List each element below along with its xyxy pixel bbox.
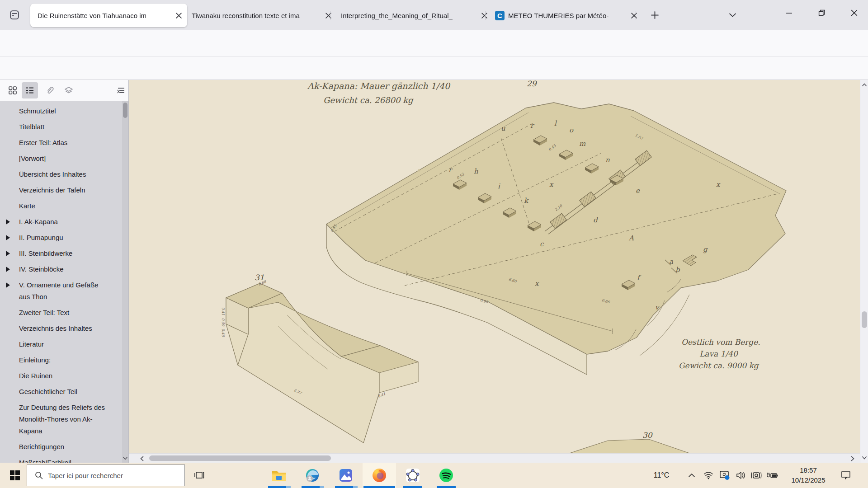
expand-triangle-icon[interactable]: [6, 251, 10, 256]
horizontal-scrollbar-thumb[interactable]: [149, 455, 331, 461]
outline-item[interactable]: Erster Teil: Atlas: [0, 137, 122, 149]
tab-interpreting[interactable]: Interpreting_the_Meaning_of_Ritual_: [334, 4, 493, 27]
sidebar-tools: [0, 80, 128, 101]
outline-item-label: Erster Teil: Atlas: [19, 137, 67, 149]
app-running-indicator: [286, 486, 291, 488]
drawing-dimension: 0.46: [221, 328, 225, 337]
list-all-tabs-button[interactable]: [723, 6, 741, 23]
tab-close-button[interactable]: [173, 9, 184, 21]
outline-item[interactable]: Geschichtlicher Teil: [0, 386, 122, 398]
spotify-icon: [439, 468, 453, 483]
restore-button[interactable]: [811, 4, 832, 22]
outline-item-label: III. Steinbildwerke: [19, 248, 72, 259]
taskbar-search[interactable]: Taper ici pour rechercher: [27, 465, 185, 486]
firefox-view-button[interactable]: [5, 6, 24, 23]
close-window-button[interactable]: [844, 4, 864, 22]
tab-close-button[interactable]: [628, 9, 640, 21]
outline-item-label: [Vorwort]: [19, 153, 46, 164]
outline-item[interactable]: [Vorwort]: [0, 153, 122, 164]
file-explorer-button[interactable]: [262, 463, 296, 488]
tab-title: METEO THUMERIES par Météo-: [508, 12, 628, 19]
outline-item[interactable]: Karte: [0, 200, 122, 212]
outline-item[interactable]: IV. Steinblöcke: [0, 263, 122, 275]
outline-item[interactable]: Literatur: [0, 338, 122, 350]
outline-item[interactable]: Maßstab/Farbkeil: [0, 457, 122, 463]
outline-item-label: Maßstab/Farbkeil: [19, 457, 71, 463]
outline-item-label: Zur Deutung des Reliefs des Monolith-Tho…: [19, 402, 106, 437]
horizontal-scrollbar[interactable]: [129, 453, 860, 463]
pdf-page[interactable]: 29 31 30 urlomnrhikxxxcdeAabfgv 1.532.10…: [129, 80, 860, 463]
outline-item[interactable]: Übersicht des Inhaltes: [0, 169, 122, 180]
outline-list-icon: [25, 86, 34, 95]
task-view-button[interactable]: [189, 463, 210, 488]
tray-expand-button[interactable]: [684, 463, 700, 488]
scroll-down-button[interactable]: [860, 454, 868, 462]
wifi-icon: [703, 471, 713, 479]
wifi-tray-button[interactable]: [701, 463, 716, 488]
attachments-view-button[interactable]: [42, 82, 58, 99]
scroll-right-button[interactable]: [848, 454, 857, 463]
start-button[interactable]: [5, 463, 25, 488]
new-tab-button[interactable]: [646, 6, 664, 23]
action-center-button[interactable]: [835, 463, 856, 488]
spotify-button[interactable]: [429, 463, 463, 488]
current-outline-icon: [117, 86, 126, 95]
caption-right-line2: Lava 1/40: [699, 349, 738, 358]
outline-item-label: II. Pumapungu: [19, 232, 63, 244]
outline-item-label: Literatur: [19, 338, 44, 350]
vertical-scrollbar[interactable]: [860, 80, 868, 463]
sidebar-scrollbar-thumb[interactable]: [123, 103, 127, 118]
sidebar-scrollbar[interactable]: [122, 101, 128, 463]
minimize-button[interactable]: [778, 4, 799, 22]
outline-item[interactable]: Titelblatt: [0, 121, 122, 133]
scroll-up-button[interactable]: [860, 81, 868, 89]
expand-triangle-icon[interactable]: [6, 267, 10, 272]
temperature-label[interactable]: 11°C: [647, 463, 675, 488]
outline-item[interactable]: Einleitung:: [0, 354, 122, 366]
drawing-letter: e: [636, 187, 640, 195]
tab-close-button[interactable]: [322, 9, 334, 21]
app-running-indicator: [363, 486, 395, 488]
plate-drawing: 29 31 30 urlomnrhikxxxcdeAabfgv 1.532.10…: [129, 80, 860, 453]
outline-item-label: Übersicht des Inhaltes: [19, 169, 86, 180]
clock[interactable]: 18:57 10/12/2025: [784, 465, 832, 485]
edge-button[interactable]: [296, 463, 329, 488]
tab-tiwanaku[interactable]: Tiwanaku reconstitution texte et ima: [184, 4, 337, 27]
outline-item[interactable]: V. Ornamente und Gefäße aus Thon: [0, 279, 122, 303]
outline-item[interactable]: Zur Deutung des Reliefs des Monolith-Tho…: [0, 402, 122, 437]
pdf-sidebar: SchmutztitelTitelblattErster Teil: Atlas…: [0, 80, 129, 463]
outline-item[interactable]: III. Steinbildwerke: [0, 248, 122, 259]
expand-triangle-icon[interactable]: [6, 219, 10, 225]
outline-item[interactable]: Zweiter Teil: Text: [0, 307, 122, 319]
firefox-icon: [372, 468, 387, 483]
geogebra-button[interactable]: [396, 463, 429, 488]
outline-item[interactable]: Schmutztitel: [0, 105, 122, 117]
sidebar-scroll-down-button[interactable]: [122, 455, 128, 462]
navigation-bar: file:///C:/Users/33695/Downloads/stuebel…: [0, 30, 868, 57]
power-tray-button[interactable]: [764, 463, 780, 488]
outline-item[interactable]: I. Ak-Kapana: [0, 216, 122, 228]
layers-view-button[interactable]: [61, 82, 77, 99]
outline-item-label: Verzeichnis der Tafeln: [19, 184, 85, 196]
outline-item[interactable]: Verzeichnis der Tafeln: [0, 184, 122, 196]
drawing-letter: h: [474, 167, 478, 175]
volume-tray-button[interactable]: [733, 463, 749, 488]
outline-item[interactable]: Die Ruinen: [0, 370, 122, 382]
outline-item[interactable]: II. Pumapungu: [0, 232, 122, 244]
search-placeholder: Taper ici pour rechercher: [48, 472, 123, 479]
current-outline-item-button[interactable]: [113, 82, 129, 99]
photos-button[interactable]: [329, 463, 363, 488]
tab-meteo[interactable]: C METEO THUMERIES par Météo-: [489, 4, 642, 27]
display-sync-tray-button[interactable]: [717, 463, 732, 488]
thumbnails-view-button[interactable]: [5, 82, 21, 99]
outline-view-button[interactable]: [22, 82, 38, 99]
expand-triangle-icon[interactable]: [6, 235, 10, 240]
outline-item[interactable]: Verzeichnis des Inhaltes: [0, 323, 122, 334]
scroll-left-button[interactable]: [137, 454, 146, 463]
vertical-scrollbar-thumb[interactable]: [862, 311, 867, 328]
tab-die-ruinenstaette[interactable]: Die Ruinenstätte von Tiahuanaco im: [30, 4, 187, 27]
camera-tray-button[interactable]: [749, 463, 764, 488]
expand-triangle-icon[interactable]: [6, 282, 10, 288]
firefox-button[interactable]: [363, 463, 396, 488]
outline-item[interactable]: Berichtigungen: [0, 441, 122, 453]
